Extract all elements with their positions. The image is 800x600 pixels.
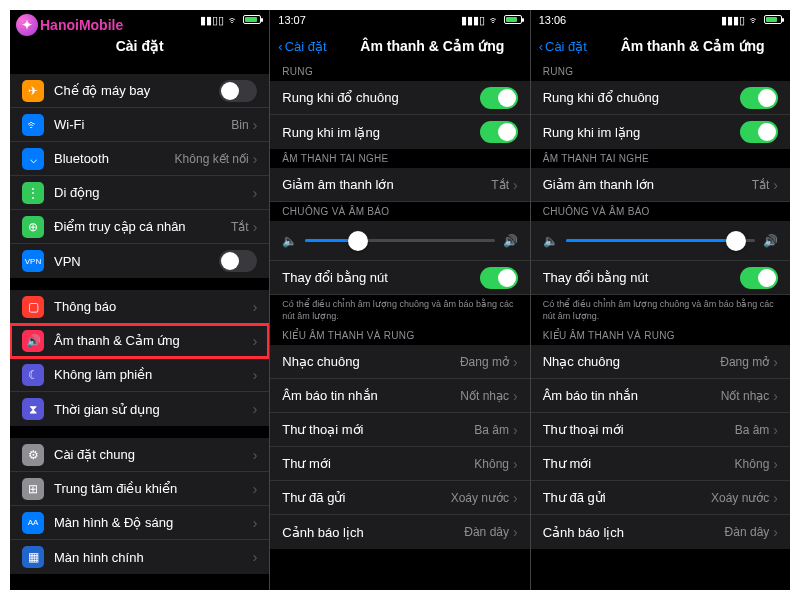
detail-row[interactable]: Giảm âm thanh lớnTắt›: [531, 168, 790, 202]
slider-fill: [566, 239, 736, 242]
detail-row[interactable]: Thư đã gửiXoáy nước›: [270, 481, 529, 515]
chevron-right-icon: ›: [253, 185, 258, 201]
speaker-high-icon: 🔊: [763, 234, 778, 248]
detail-row[interactable]: Cảnh báo lịchĐàn dây›: [531, 515, 790, 549]
settings-row[interactable]: ⚙Cài đặt chung›: [10, 438, 269, 472]
section-header: RUNG: [270, 62, 529, 81]
row-icon: ☾: [22, 364, 44, 386]
settings-row[interactable]: ▢Thông báo›: [10, 290, 269, 324]
settings-row[interactable]: 🔊Âm thanh & Cảm ứng›: [10, 324, 269, 358]
toggle-switch[interactable]: [740, 121, 778, 143]
row-icon: ▢: [22, 296, 44, 318]
chevron-right-icon: ›: [253, 299, 258, 315]
chevron-right-icon: ›: [513, 422, 518, 438]
volume-slider-row[interactable]: 🔈🔊: [270, 221, 529, 261]
slider-thumb[interactable]: [348, 231, 368, 251]
row-detail: Đàn dây: [464, 525, 509, 539]
detail-row[interactable]: Thư mớiKhông›: [531, 447, 790, 481]
chevron-right-icon: ›: [773, 177, 778, 193]
signal-icon: ▮▮▮▯: [461, 14, 485, 27]
detail-row[interactable]: Thư mớiKhông›: [270, 447, 529, 481]
chevron-right-icon: ›: [253, 447, 258, 463]
chevron-right-icon: ›: [513, 456, 518, 472]
section-header: KIỂU ÂM THANH VÀ RUNG: [531, 326, 790, 345]
toggle-switch[interactable]: [219, 250, 257, 272]
settings-row[interactable]: ▦Màn hình chính›: [10, 540, 269, 574]
section-header: KIỂU ÂM THANH VÀ RUNG: [270, 326, 529, 345]
page-title: Âm thanh & Cảm ứng: [591, 38, 790, 54]
row-label: Wi-Fi: [54, 117, 231, 132]
slider-track[interactable]: [305, 239, 494, 242]
back-button[interactable]: ‹ Cài đặt: [278, 39, 326, 54]
row-icon: ⊞: [22, 478, 44, 500]
settings-row[interactable]: ✈Chế độ máy bay: [10, 74, 269, 108]
detail-row[interactable]: Nhạc chuôngĐang mở›: [531, 345, 790, 379]
row-icon: ⊕: [22, 216, 44, 238]
settings-row[interactable]: ᯤWi-FiBin›: [10, 108, 269, 142]
row-label: Thư thoại mới: [543, 422, 735, 437]
toggle-switch[interactable]: [219, 80, 257, 102]
settings-row[interactable]: VPNVPN: [10, 244, 269, 278]
detail-row[interactable]: Âm báo tin nhắnNốt nhạc›: [531, 379, 790, 413]
battery-icon: [764, 14, 782, 26]
row-label: Rung khi đổ chuông: [282, 90, 479, 105]
detail-row[interactable]: Nhạc chuôngĐang mở›: [270, 345, 529, 379]
slider-track[interactable]: [566, 239, 755, 242]
sounds-panel-high-volume: 13:06 ▮▮▮▯ ᯤ ‹ Cài đặt Âm thanh & Cảm ứn…: [531, 10, 790, 590]
settings-row[interactable]: ⋮Di động›: [10, 176, 269, 210]
settings-row[interactable]: ⊞Trung tâm điều khiển›: [10, 472, 269, 506]
toggle-switch[interactable]: [740, 267, 778, 289]
detail-row[interactable]: Thư thoại mớiBa âm›: [270, 413, 529, 447]
toggle-switch[interactable]: [480, 267, 518, 289]
row-label: Trung tâm điều khiển: [54, 481, 253, 496]
section-header: CHUÔNG VÀ ÂM BÁO: [270, 202, 529, 221]
row-icon: ▦: [22, 546, 44, 568]
toggle-row[interactable]: Rung khi im lặng: [270, 115, 529, 149]
toggle-row[interactable]: Thay đổi bằng nút: [270, 261, 529, 295]
row-label: Rung khi im lặng: [543, 125, 740, 140]
row-icon: ✈: [22, 80, 44, 102]
row-label: Thư mới: [543, 456, 735, 471]
row-label: Thư đã gửi: [282, 490, 450, 505]
row-label: Rung khi im lặng: [282, 125, 479, 140]
row-label: Cảnh báo lịch: [282, 525, 464, 540]
status-time: 13:06: [539, 14, 567, 26]
detail-row[interactable]: Giảm âm thanh lớnTắt›: [270, 168, 529, 202]
detail-row[interactable]: Thư thoại mớiBa âm›: [531, 413, 790, 447]
row-label: Thư đã gửi: [543, 490, 711, 505]
toggle-row[interactable]: Rung khi đổ chuông: [270, 81, 529, 115]
signal-icon: ▮▮▯▯: [200, 14, 224, 27]
detail-row[interactable]: Cảnh báo lịchĐàn dây›: [270, 515, 529, 549]
row-label: Âm thanh & Cảm ứng: [54, 333, 253, 348]
settings-row[interactable]: AAMàn hình & Độ sáng›: [10, 506, 269, 540]
detail-row[interactable]: Thư đã gửiXoáy nước›: [531, 481, 790, 515]
toggle-switch[interactable]: [740, 87, 778, 109]
settings-row[interactable]: ⌵BluetoothKhông kết nối›: [10, 142, 269, 176]
chevron-left-icon: ‹: [278, 39, 282, 54]
toggle-row[interactable]: Rung khi im lặng: [531, 115, 790, 149]
toggle-switch[interactable]: [480, 121, 518, 143]
settings-row[interactable]: ⧗Thời gian sử dụng›: [10, 392, 269, 426]
volume-slider-row[interactable]: 🔈🔊: [531, 221, 790, 261]
row-icon: ⌵: [22, 148, 44, 170]
battery-icon: [243, 14, 261, 26]
toggle-switch[interactable]: [480, 87, 518, 109]
row-label: Điểm truy cập cá nhân: [54, 219, 231, 234]
settings-row[interactable]: ☾Không làm phiền›: [10, 358, 269, 392]
row-detail: Ba âm: [735, 423, 770, 437]
row-icon: AA: [22, 512, 44, 534]
slider-thumb[interactable]: [726, 231, 746, 251]
row-detail: Đàn dây: [725, 525, 770, 539]
row-label: Thay đổi bằng nút: [282, 270, 479, 285]
toggle-row[interactable]: Thay đổi bằng nút: [531, 261, 790, 295]
detail-row[interactable]: Âm báo tin nhắnNốt nhạc›: [270, 379, 529, 413]
section-footer: Có thể điều chỉnh âm lượng chuông và âm …: [270, 295, 529, 326]
settings-row[interactable]: ⊕Điểm truy cập cá nhânTắt›: [10, 210, 269, 244]
chevron-right-icon: ›: [513, 524, 518, 540]
back-button[interactable]: ‹ Cài đặt: [539, 39, 587, 54]
row-label: Cảnh báo lịch: [543, 525, 725, 540]
nav-header: ‹ Cài đặt Âm thanh & Cảm ứng: [270, 30, 529, 62]
row-label: Nhạc chuông: [543, 354, 721, 369]
toggle-row[interactable]: Rung khi đổ chuông: [531, 81, 790, 115]
row-detail: Tắt: [231, 220, 249, 234]
